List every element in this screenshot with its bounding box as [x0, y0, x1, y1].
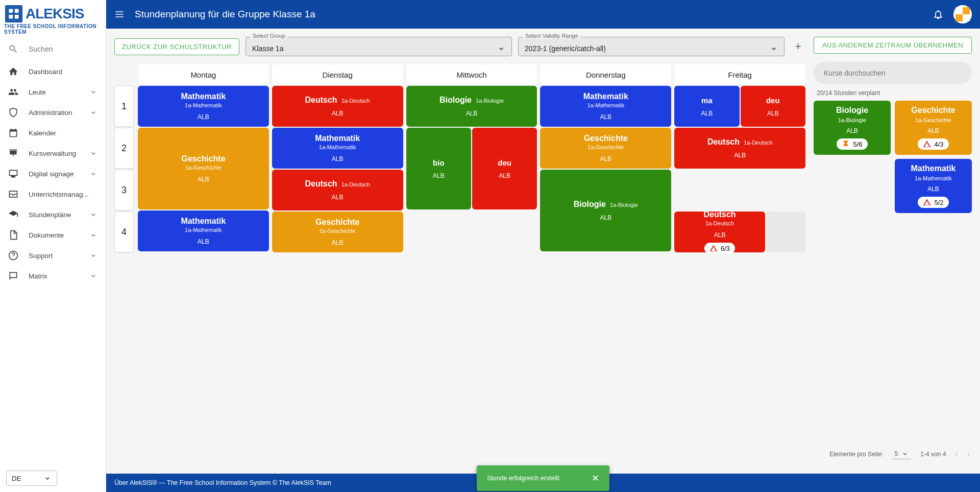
day-header: Mittwoch	[406, 64, 537, 85]
snackbar: Stunde erfolgreich erstellt. ✕	[477, 465, 609, 491]
page-size-label: Elemente pro Seite:	[829, 451, 883, 458]
group-select-value: Klasse 1a	[252, 44, 283, 53]
menu-icon[interactable]	[114, 9, 125, 19]
nav-item-digital-signage[interactable]: Digital signage	[0, 163, 106, 184]
nav-item-kursverwaltung[interactable]: Kursverwaltung	[0, 143, 106, 163]
nav-item-dashboard[interactable]: Dashboard	[0, 61, 106, 82]
footer-text: Über AlekSIS® — The Free School Informat…	[114, 479, 331, 486]
slot-row: Geschichte1a-GeschichteALB	[138, 128, 269, 209]
copy-button[interactable]: AUS ANDEREM ZEITRAUM ÜBERNEHMEN	[814, 37, 972, 54]
badge: 6/3	[704, 243, 735, 254]
nav-label: Dokumente	[29, 231, 64, 239]
nav-item-unterrichtsmanag-[interactable]: Unterrichtsmanag...	[0, 184, 106, 204]
lesson-card[interactable]: Deutsch1a-DeutschALB	[272, 170, 403, 210]
day-header: Freitag	[674, 64, 805, 85]
warning-icon	[923, 140, 931, 148]
slot-row: Geschichte1a-GeschichteALB	[540, 128, 671, 169]
slot-row: Deutsch1a-DeutschALB	[272, 86, 403, 127]
calendar-icon	[8, 128, 18, 138]
lesson-card[interactable]: Biologie1a-BiologieALB	[406, 86, 537, 127]
nav-label: Administration	[29, 109, 72, 116]
slot-row: maALBdeuALB	[674, 86, 805, 127]
page-next[interactable]: ›	[967, 450, 970, 459]
course-card[interactable]: Geschichte1a-GeschichteALB4/3	[895, 101, 972, 155]
lesson-card[interactable]: Geschichte1a-GeschichteALB	[138, 128, 269, 209]
avatar[interactable]	[953, 5, 972, 24]
slot-row: Biologie1a-BiologieALB	[540, 170, 671, 251]
nav-item-leute[interactable]: Leute	[0, 82, 106, 102]
nav-label: Matrix	[29, 272, 47, 280]
lesson-card[interactable]: bioALB	[406, 128, 471, 209]
lesson-card[interactable]: Mathematik1a-MathematikALB	[138, 210, 269, 251]
range-select[interactable]: 2023-1 (generic/catch-all)	[518, 37, 785, 56]
page-range: 1-4 von 4	[920, 451, 946, 458]
language-value: DE	[12, 475, 21, 482]
slot-row: Deutsch1a-DeutschALB6/3	[674, 212, 805, 252]
nav-label: Leute	[29, 88, 46, 96]
lesson-card[interactable]: deuALB	[741, 86, 805, 127]
day-col-thu: DonnerstagMathematik1a-MathematikALBGesc…	[540, 64, 671, 252]
day-header: Montag	[138, 64, 269, 85]
nav-item-support[interactable]: Support	[0, 245, 106, 266]
back-button[interactable]: ZURÜCK ZUR SCHULSTRUKTUR	[114, 38, 239, 55]
range-select-label: Select Validity Range	[523, 33, 580, 39]
search-input[interactable]: Suchen	[0, 39, 106, 59]
page-title: Stundenplanung für die Gruppe Klasse 1a	[135, 9, 315, 20]
lesson-card[interactable]: deuALB	[472, 128, 537, 209]
slot-row: Mathematik1a-MathematikALB	[138, 210, 269, 251]
svg-rect-1	[5, 5, 22, 22]
lesson-card[interactable]: Deutsch1a-DeutschALB	[272, 86, 403, 127]
home-icon	[8, 66, 18, 77]
course-search-placeholder: Kurse durchsuchen	[824, 69, 886, 77]
shield-icon	[8, 107, 18, 118]
logo-subtitle: THE FREE SCHOOL INFORMATION SYSTEM	[4, 24, 102, 35]
lesson-card[interactable]: Geschichte1a-GeschichteALB	[540, 128, 671, 169]
page-prev[interactable]: ‹	[955, 450, 958, 459]
nav-item-matrix[interactable]: Matrix	[0, 266, 106, 286]
add-range-button[interactable]: +	[791, 40, 805, 53]
empty-slot[interactable]	[766, 212, 805, 252]
people-icon	[8, 87, 18, 97]
grad-icon	[8, 209, 18, 220]
search-icon	[8, 44, 18, 54]
logo[interactable]: ALEKSIS THE FREE SCHOOL INFORMATION SYST…	[0, 0, 106, 39]
nav-label: Kalender	[29, 129, 56, 137]
chevron-down-icon	[901, 450, 909, 458]
page-size-select[interactable]: 5	[893, 449, 912, 459]
topbar: Stundenplanung für die Gruppe Klasse 1a	[106, 0, 980, 29]
course-card[interactable]: Biologie1a-BiologieALB5/6	[814, 101, 891, 155]
search-placeholder: Suchen	[29, 45, 53, 53]
notifications-icon[interactable]	[933, 9, 943, 19]
slot-row	[674, 170, 805, 210]
logo-text: ALEKSIS	[26, 6, 84, 22]
nav-item-dokumente[interactable]: Dokumente	[0, 225, 106, 245]
lesson-card[interactable]: Deutsch1a-DeutschALB	[674, 128, 805, 169]
chevron-down-icon	[89, 231, 97, 239]
lesson-card[interactable]: Mathematik1a-MathematikALB	[272, 128, 403, 169]
nav-item-stundenpl-ne[interactable]: Stundenpläne	[0, 204, 106, 225]
badge: 4/3	[918, 138, 948, 150]
course-search-input[interactable]: Kurse durchsuchen	[814, 62, 972, 84]
language-select[interactable]: DE	[6, 471, 57, 486]
nav-item-kalender[interactable]: Kalender	[0, 123, 106, 143]
course-grid: Biologie1a-BiologieALB5/6Geschichte1a-Ge…	[814, 101, 972, 213]
nav-item-administration[interactable]: Administration	[0, 102, 106, 123]
lesson-card[interactable]: Geschichte1a-GeschichteALB	[272, 212, 403, 252]
inbox-icon	[8, 189, 18, 199]
lesson-card[interactable]: Mathematik1a-MathematikALB	[540, 86, 671, 127]
lesson-card[interactable]: Deutsch1a-DeutschALB6/3	[674, 212, 765, 252]
snackbar-close[interactable]: ✕	[592, 473, 599, 484]
lesson-card[interactable]: Biologie1a-BiologieALB	[540, 170, 671, 251]
slot-row: Deutsch1a-DeutschALB	[272, 170, 403, 210]
lesson-card[interactable]: Mathematik1a-MathematikALB	[138, 86, 269, 127]
badge: 5/2	[918, 197, 948, 208]
period-1: 1	[114, 86, 134, 127]
chevron-down-icon	[43, 474, 52, 482]
chevron-down-icon	[89, 272, 97, 280]
course-card[interactable]: Mathematik1a-MathematikALB5/2	[895, 159, 972, 213]
group-select[interactable]: Klasse 1a	[246, 37, 512, 56]
badge: 5/6	[837, 138, 867, 150]
lesson-card[interactable]: maALB	[674, 86, 739, 127]
slot-row: Geschichte1a-GeschichteALB	[272, 212, 403, 252]
period-3: 3	[114, 170, 134, 210]
